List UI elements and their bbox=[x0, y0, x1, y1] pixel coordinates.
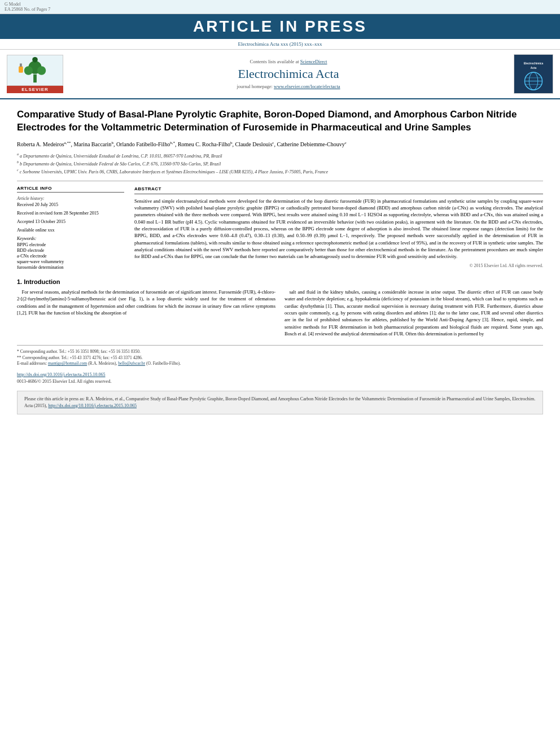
elsevier-logo: ELSEVIER bbox=[7, 55, 63, 93]
top-banner: G Model EA 25868 No. of Pages 7 bbox=[0, 0, 560, 14]
received-revised-date: Received in revised form 28 September 20… bbox=[17, 211, 124, 216]
article-info-column: ARTICLE INFO Article history: Received 2… bbox=[17, 186, 124, 270]
svg-rect-6 bbox=[19, 66, 23, 73]
header-section: ELSEVIER Contents lists available at Sci… bbox=[0, 50, 560, 99]
keywords-label: Keywords: bbox=[17, 236, 124, 241]
issn-notice: 0013-4686/© 2015 Elsevier Ltd. All right… bbox=[17, 378, 543, 385]
svg-rect-8 bbox=[514, 55, 553, 93]
copyright-notice: © 2015 Elsevier Ltd. All rights reserved… bbox=[134, 263, 543, 269]
keyword-2: BDD electrode bbox=[17, 248, 124, 253]
journal-cover-icon: Electrochimica Acta bbox=[514, 54, 553, 94]
doi-link[interactable]: http://dx.doi.org/10.1016/j.electacta.20… bbox=[17, 372, 106, 377]
footnote-star: * Corresponding author. Tel.: +55 16 335… bbox=[17, 349, 543, 355]
footnotes: * Corresponding author. Tel.: +55 16 335… bbox=[17, 345, 543, 367]
intro-para-1: For several reasons, analytical methods … bbox=[17, 289, 275, 316]
affiliations: a a Departamento de Química, Universidad… bbox=[17, 152, 543, 175]
keyword-1: BPPG electrode bbox=[17, 242, 124, 247]
intro-col-left: For several reasons, analytical methods … bbox=[17, 289, 275, 339]
article-title: Comparative Study of Basal-Plane Pyrolyt… bbox=[17, 108, 543, 134]
email-link-1[interactable]: mantigo@hotmail.com bbox=[48, 361, 87, 366]
article-in-press-heading: ARTICLE IN PRESS bbox=[3, 18, 557, 36]
article-in-press-bar: ARTICLE IN PRESS bbox=[0, 14, 560, 39]
svg-text:Acta: Acta bbox=[531, 67, 537, 69]
svg-rect-7 bbox=[20, 63, 22, 67]
journal-name: Electrochimica Acta bbox=[69, 67, 508, 81]
svg-point-4 bbox=[37, 66, 46, 75]
citation-doi-link[interactable]: http://dx.doi.org/10.1016/j.electacta.20… bbox=[48, 403, 137, 408]
bottom-citation-box: Please cite this article in press as: R.… bbox=[17, 391, 543, 414]
journal-ref-bar: Electrochimica Acta xxx (2015) xxx–xxx bbox=[0, 39, 560, 50]
svg-point-5 bbox=[32, 57, 38, 63]
doi-section: http://dx.doi.org/10.1016/j.electacta.20… bbox=[17, 372, 543, 385]
affiliation-c: c c Sorbonne Universités, UPMC Univ. Par… bbox=[17, 168, 543, 176]
article-info-label: ARTICLE INFO bbox=[17, 186, 124, 193]
elsevier-brand-label: ELSEVIER bbox=[7, 86, 63, 93]
page: G Model EA 25868 No. of Pages 7 ARTICLE … bbox=[0, 0, 560, 747]
divider-1 bbox=[17, 181, 543, 181]
keyword-4: square-wave voltammetry bbox=[17, 259, 124, 264]
doi-link-container: http://dx.doi.org/10.1016/j.electacta.20… bbox=[17, 372, 543, 378]
keyword-5: furosemide determination bbox=[17, 265, 124, 270]
available-online: Available online xxx bbox=[17, 228, 124, 233]
footnote-starstar: ** Corresponding author. Tel.: +55 43 33… bbox=[17, 355, 543, 361]
keyword-3: a-CNx electrode bbox=[17, 254, 124, 259]
history-label: Article history: bbox=[17, 196, 124, 201]
svg-rect-1 bbox=[33, 75, 37, 82]
affiliation-b: b b Departamento de Química, Universidad… bbox=[17, 160, 543, 168]
email-link-2[interactable]: bello@ufscar.br bbox=[118, 361, 145, 366]
authors-line: Roberta A. Medeirosa,**, Marina Baccarin… bbox=[17, 140, 543, 148]
contents-line: Contents lists available at ScienceDirec… bbox=[69, 59, 508, 64]
svg-text:Electrochimica: Electrochimica bbox=[524, 62, 544, 65]
science-direct-link[interactable]: ScienceDirect bbox=[300, 59, 327, 64]
abstract-column: ABSTRACT Sensitive and simple electroana… bbox=[134, 186, 543, 270]
received-date: Received 20 July 2015 bbox=[17, 202, 124, 207]
info-abstract-columns: ARTICLE INFO Article history: Received 2… bbox=[17, 186, 543, 270]
affiliation-a: a a Departamento de Química, Universidad… bbox=[17, 152, 543, 160]
journal-info: Contents lists available at ScienceDirec… bbox=[69, 59, 508, 89]
journal-ref-link[interactable]: Electrochimica Acta xxx (2015) xxx–xxx bbox=[238, 41, 322, 47]
intro-col-right: salt and fluid in the kidney tubules, ca… bbox=[285, 289, 543, 339]
elsevier-tree-icon bbox=[7, 55, 63, 85]
g-model-label: G Model EA 25868 No. of Pages 7 bbox=[5, 2, 50, 12]
homepage-line: journal homepage: www.elsevier.com/locat… bbox=[69, 84, 508, 89]
intro-body-columns: For several reasons, analytical methods … bbox=[17, 289, 543, 339]
elsevier-logo-image bbox=[7, 55, 63, 86]
abstract-label: ABSTRACT bbox=[134, 186, 543, 194]
journal-thumbnail: Electrochimica Acta bbox=[514, 54, 553, 94]
svg-point-3 bbox=[24, 66, 33, 75]
abstract-text: Sensitive and simple electroanalytical m… bbox=[134, 198, 543, 269]
intro-para-2: salt and fluid in the kidney tubules, ca… bbox=[285, 289, 543, 337]
homepage-link[interactable]: www.elsevier.com/locate/electacta bbox=[274, 84, 340, 89]
accepted-date: Accepted 13 October 2015 bbox=[17, 219, 124, 224]
main-content: Comparative Study of Basal-Plane Pyrolyt… bbox=[0, 99, 560, 420]
introduction-section: 1. Introduction For several reasons, ana… bbox=[17, 278, 543, 339]
intro-title: 1. Introduction bbox=[17, 278, 543, 285]
footnote-emails: E-mail addresses: mantigo@hotmail.com (R… bbox=[17, 361, 543, 367]
